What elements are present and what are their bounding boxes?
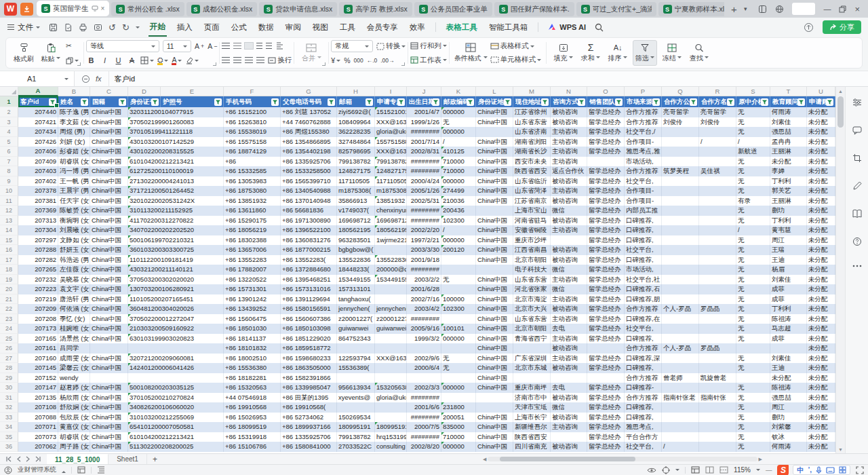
grid-cell[interactable]: 四川省南充 — [513, 442, 551, 452]
grid-cell[interactable]: +86 15106786 — [224, 442, 281, 452]
increase-decimal-button[interactable]: ←.0 — [367, 57, 378, 64]
grid-cell[interactable]: 207152 — [18, 373, 58, 383]
row-number[interactable]: 15 — [0, 235, 18, 246]
conditional-format-button[interactable]: 条件格式 — [454, 40, 488, 66]
grid-cell[interactable]: 王丽淋 — [770, 147, 807, 157]
grid-cell[interactable]: 去电 — [551, 324, 587, 334]
grid-cell[interactable] — [551, 235, 587, 246]
grid-cell[interactable]: 370502200012272047 — [128, 314, 224, 324]
header-cell[interactable]: 咨询方式 — [551, 96, 587, 107]
filter-dropdown-icon[interactable] — [366, 98, 373, 106]
grid-cell[interactable] — [662, 324, 699, 334]
grid-cell[interactable]: 271302200004241013 — [128, 176, 224, 187]
grid-cell[interactable]: 000000 — [441, 442, 476, 452]
grid-cell[interactable]: 2003/2/2 — [407, 275, 441, 285]
grid-cell[interactable]: +86 15263810 — [224, 117, 281, 128]
grid-cell[interactable]: 未分配 — [807, 216, 835, 226]
grid-cell[interactable]: 135522836 — [375, 255, 407, 265]
grid-cell[interactable]: 北京市东城 — [513, 363, 551, 373]
row-number[interactable]: 31 — [0, 393, 18, 403]
header-cell[interactable]: 国籍 — [90, 96, 128, 107]
grid-cell[interactable]: 广东省深圳 — [513, 354, 551, 364]
grid-cell[interactable]: China中国 — [476, 363, 513, 373]
grid-cell[interactable]: v1749037( — [337, 206, 375, 216]
grid-cell[interactable]: 微信 — [551, 284, 587, 294]
grid-cell[interactable]: +86 周煜155380 — [281, 127, 337, 137]
grid-cell[interactable]: 留学总经办 — [587, 422, 625, 432]
row-number[interactable]: 21 — [0, 294, 18, 305]
grid-cell[interactable]: 180995191 — [337, 422, 375, 432]
grid-cell[interactable]: 未分配 — [807, 284, 835, 294]
grid-cell[interactable]: China中国 — [90, 235, 128, 246]
grid-cell[interactable]: 主动咨询 — [551, 225, 587, 235]
grid-cell[interactable]: 710000 — [441, 432, 476, 442]
grid-cell[interactable]: ######## — [407, 166, 441, 176]
grid-cell[interactable]: 未分配 — [807, 363, 835, 373]
grid-cell[interactable]: 合作方推荐 — [625, 166, 662, 176]
grid-cell[interactable]: 留学总经办 — [587, 383, 625, 393]
row-number[interactable]: 10 — [0, 186, 18, 196]
grid-cell[interactable]: 陈祖涛 — [770, 383, 807, 393]
grid-cell[interactable] — [441, 314, 476, 324]
grid-cell[interactable]: +86 田某的1395 — [281, 393, 337, 403]
grid-cell[interactable]: 刘晨曦 (女 — [58, 225, 90, 235]
vertical-scrollbar[interactable]: ▲ ▼ — [835, 87, 845, 453]
grid-cell[interactable]: 327484864 — [337, 137, 375, 147]
grid-cell[interactable]: 207135 — [18, 393, 58, 403]
grid-cell[interactable] — [476, 206, 513, 216]
grid-cell[interactable]: 任天宇 (女 — [58, 196, 90, 206]
grid-cell[interactable]: / — [441, 225, 476, 235]
grid-cell[interactable]: China中国 — [476, 157, 513, 167]
grid-cell[interactable]: 371721200501264452 — [128, 186, 224, 196]
grid-cell[interactable]: 102300 — [441, 304, 476, 314]
grid-cell[interactable] — [662, 314, 699, 324]
grid-cell[interactable]: China中国 — [476, 413, 513, 423]
grid-cell[interactable] — [699, 186, 736, 196]
grid-cell[interactable]: China中国 — [90, 442, 128, 452]
preview-icon[interactable] — [94, 23, 102, 32]
grid-cell[interactable] — [699, 216, 736, 226]
grid-cell[interactable]: ######## — [407, 314, 441, 324]
column-letter[interactable]: A — [18, 87, 58, 96]
grid-cell[interactable]: 1997/2/21 — [407, 235, 441, 246]
grid-cell[interactable] — [662, 176, 699, 187]
grid-cell[interactable]: +86 15290175 — [224, 216, 281, 226]
grid-cell[interactable]: 被动咨询 — [551, 196, 587, 206]
grid-cell[interactable]: 无 — [441, 363, 476, 373]
grid-cell[interactable]: 207145 — [18, 363, 58, 373]
filter-button[interactable]: 筛选 — [633, 40, 657, 66]
rows-columns-button[interactable]: 行和列 — [410, 41, 447, 51]
font-color-button[interactable]: A — [172, 56, 182, 65]
column-letter[interactable]: O — [587, 87, 625, 96]
menu-item-插入[interactable]: 插入 — [176, 19, 194, 36]
grid-cell[interactable]: 主动咨询 — [551, 157, 587, 167]
grid-cell[interactable] — [662, 157, 699, 167]
grid-cell[interactable]: 2001/7/14 — [407, 137, 441, 147]
page-view-icon[interactable] — [705, 466, 714, 474]
row-number[interactable]: 24 — [0, 324, 18, 334]
grid-cell[interactable]: hrq153199 — [375, 432, 407, 442]
grid-cell[interactable]: 平台合作方 — [625, 432, 662, 442]
fill-color-button[interactable]: ⛭ — [157, 56, 168, 65]
grid-cell[interactable]: +86 15536380 — [224, 363, 281, 373]
grid-cell[interactable]: +44 7460762888 — [281, 117, 337, 128]
grid-cell[interactable]: 无 — [441, 117, 476, 128]
filter-dropdown-icon[interactable] — [467, 98, 474, 106]
column-letter[interactable]: L — [476, 87, 513, 96]
row-number[interactable]: 5 — [0, 137, 18, 147]
file-tab[interactable]: S贷款申请信息.xlsx — [259, 2, 337, 16]
grid-cell[interactable]: 未分配 — [807, 186, 835, 196]
grid-cell[interactable]: 社交平台,社 — [625, 275, 662, 285]
grid-cell[interactable]: 留学总经办 — [587, 186, 625, 196]
grid-cell[interactable]: China中国 — [476, 196, 513, 206]
grid-cell[interactable]: 无 — [736, 245, 770, 255]
header-cell[interactable]: 身份证号 — [128, 96, 161, 107]
grid-cell[interactable] — [662, 275, 699, 285]
grid-cell[interactable]: 王迪 — [770, 363, 807, 373]
grid-cell[interactable]: 207282 — [18, 255, 58, 265]
grid-cell[interactable]: 207232 — [18, 275, 58, 285]
grid-cell[interactable]: 合作项目- — [625, 196, 662, 206]
grid-cell[interactable]: 32010220020531242X — [128, 196, 224, 206]
redo-icon[interactable]: ↻ — [122, 22, 130, 33]
grid-cell[interactable]: 留学总经办 — [587, 147, 625, 157]
